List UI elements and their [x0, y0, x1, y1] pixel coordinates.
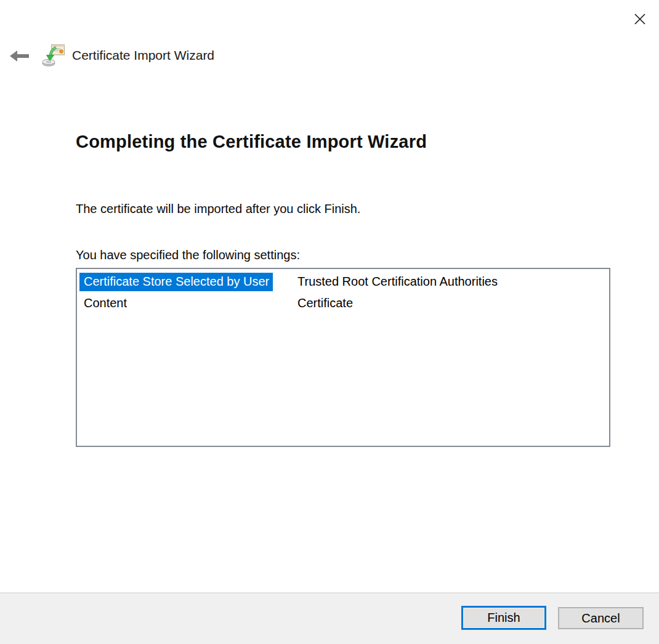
back-button[interactable]: [7, 48, 31, 64]
wizard-title: Certificate Import Wizard: [72, 48, 214, 63]
back-arrow-icon: [9, 49, 30, 63]
setting-value: Certificate: [297, 294, 607, 310]
button-bar: Finish Cancel: [0, 592, 659, 644]
settings-row-content[interactable]: Content Certificate: [79, 294, 607, 316]
page-heading: Completing the Certificate Import Wizard: [76, 132, 427, 152]
cancel-button[interactable]: Cancel: [558, 607, 644, 629]
settings-row-certificate-store[interactable]: Certificate Store Selected by User Trust…: [79, 273, 607, 294]
finish-description: The certificate will be imported after y…: [76, 202, 360, 216]
setting-name: Content: [79, 294, 297, 313]
setting-value: Trusted Root Certification Authorities: [297, 273, 607, 289]
settings-listbox[interactable]: Certificate Store Selected by User Trust…: [76, 268, 610, 447]
close-icon: [633, 12, 647, 26]
selected-setting-name[interactable]: Certificate Store Selected by User: [79, 273, 273, 291]
certificate-import-icon: [42, 42, 67, 68]
settings-label: You have specified the following setting…: [76, 248, 300, 262]
certificate-import-wizard-dialog: Certificate Import Wizard Completing the…: [0, 0, 659, 644]
setting-name: Certificate Store Selected by User: [79, 273, 297, 291]
finish-button[interactable]: Finish: [461, 606, 546, 630]
close-button[interactable]: [629, 9, 650, 30]
wizard-header: Certificate Import Wizard: [0, 39, 659, 74]
